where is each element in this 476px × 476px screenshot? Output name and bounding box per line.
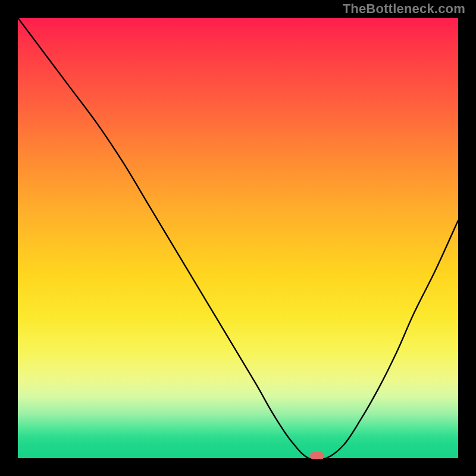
plot-area bbox=[18, 18, 458, 458]
watermark-text: TheBottleneck.com bbox=[343, 1, 465, 17]
chart-container: TheBottleneck.com bbox=[0, 0, 476, 476]
bottleneck-curve bbox=[18, 18, 458, 458]
optimal-point-marker bbox=[310, 452, 324, 459]
curve-path bbox=[18, 18, 458, 458]
